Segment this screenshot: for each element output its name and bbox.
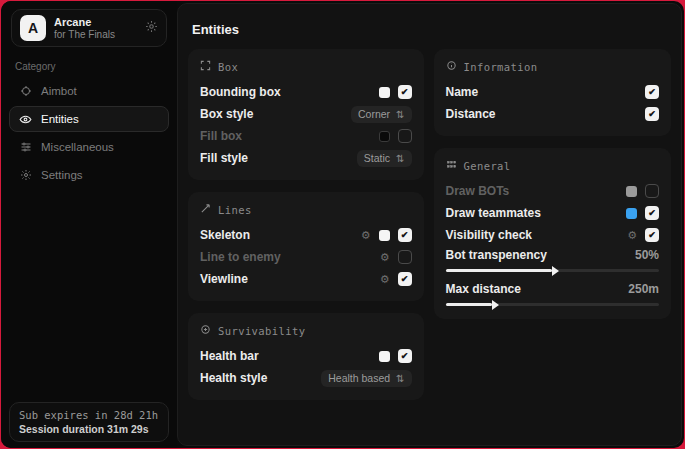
app-logo: A <box>20 15 46 41</box>
fill-box-checkbox[interactable] <box>398 129 412 143</box>
check-icon: ✔ <box>648 230 656 240</box>
gear-icon[interactable]: ⚙ <box>380 252 390 263</box>
setting-row-bounding-box: Bounding box ✔ <box>200 81 412 103</box>
color-swatch[interactable] <box>379 230 390 241</box>
check-icon: ✔ <box>401 274 409 284</box>
eye-icon <box>19 113 32 126</box>
health-bar-checkbox[interactable]: ✔ <box>398 349 412 363</box>
fill-style-dropdown[interactable]: Static ⇅ <box>357 150 412 167</box>
setting-row-health-bar: Health bar ✔ <box>200 345 412 367</box>
sidebar-item-entities[interactable]: Entities <box>9 106 169 132</box>
grid-icon <box>446 159 457 172</box>
setting-row-max-distance: Max distance 250m <box>446 280 660 298</box>
check-icon: ✔ <box>401 87 409 97</box>
box-style-dropdown[interactable]: Corner ⇅ <box>351 106 412 123</box>
gear-icon[interactable]: ⚙ <box>361 230 371 241</box>
distance-checkbox[interactable]: ✔ <box>645 107 659 121</box>
header-gear-icon[interactable] <box>145 20 158 36</box>
sidebar-item-aimbot[interactable]: Aimbot <box>9 78 169 104</box>
color-swatch[interactable] <box>626 208 637 219</box>
sidebar: A Arcane for The Finals Category Aimbot <box>1 1 177 448</box>
sliders-icon <box>19 141 32 154</box>
app-header-card: A Arcane for The Finals <box>11 9 167 47</box>
setting-row-viewline: Viewline ⚙ ✔ <box>200 268 412 290</box>
setting-row-skeleton: Skeleton ⚙ ✔ <box>200 224 412 246</box>
visibility-check-checkbox[interactable]: ✔ <box>645 228 659 242</box>
skeleton-checkbox[interactable]: ✔ <box>398 228 412 242</box>
setting-row-name: Name ✔ <box>446 81 660 103</box>
updown-arrows-icon: ⇅ <box>396 373 404 384</box>
category-label: Category <box>15 61 177 72</box>
check-icon: ✔ <box>648 208 656 218</box>
box-icon <box>200 60 211 73</box>
color-swatch[interactable] <box>379 131 390 142</box>
draw-teammates-checkbox[interactable]: ✔ <box>645 206 659 220</box>
info-icon <box>446 60 457 73</box>
setting-row-draw-teammates: Draw teammates ✔ <box>446 202 660 224</box>
setting-row-box-style: Box style Corner ⇅ <box>200 103 412 125</box>
app-subtitle: for The Finals <box>54 29 137 41</box>
setting-row-health-style: Health style Health based ⇅ <box>200 367 412 389</box>
updown-arrows-icon: ⇅ <box>396 109 404 120</box>
subscription-status-card: Sub expires in 28d 21h Session duration … <box>9 402 169 442</box>
sidebar-item-label: Settings <box>41 169 83 181</box>
color-swatch[interactable] <box>626 186 637 197</box>
sidebar-item-label: Entities <box>41 113 79 125</box>
gear-icon <box>19 169 32 182</box>
box-group-card: Box Bounding box ✔ Box style Co <box>188 49 424 180</box>
shield-icon <box>200 324 211 337</box>
information-group-card: Information Name ✔ Distance ✔ <box>434 49 672 136</box>
bot-transparency-value: 50% <box>635 248 659 262</box>
color-swatch[interactable] <box>379 87 390 98</box>
general-group-card: General Draw BOTs Draw teammates <box>434 148 672 319</box>
health-style-dropdown[interactable]: Health based ⇅ <box>321 370 411 387</box>
color-swatch[interactable] <box>379 351 390 362</box>
setting-row-fill-style: Fill style Static ⇅ <box>200 147 412 169</box>
line-icon <box>200 203 211 216</box>
page-title: Entities <box>192 22 671 37</box>
draw-bots-checkbox[interactable] <box>645 184 659 198</box>
viewline-checkbox[interactable]: ✔ <box>398 272 412 286</box>
app-name: Arcane <box>54 16 137 29</box>
setting-row-line-to-enemy: Line to enemy ⚙ <box>200 246 412 268</box>
group-header-label: General <box>464 160 511 172</box>
sidebar-item-miscellaneous[interactable]: Miscellaneous <box>9 134 169 160</box>
bounding-box-checkbox[interactable]: ✔ <box>398 85 412 99</box>
sidebar-item-label: Aimbot <box>41 85 77 97</box>
sub-expiry-text: Sub expires in 28d 21h <box>19 409 159 421</box>
app-window: A Arcane for The Finals Category Aimbot <box>1 1 684 448</box>
line-to-enemy-checkbox[interactable] <box>398 250 412 264</box>
gear-icon[interactable]: ⚙ <box>380 274 390 285</box>
check-icon: ✔ <box>401 351 409 361</box>
sidebar-item-label: Miscellaneous <box>41 141 114 153</box>
group-header-label: Lines <box>218 204 252 216</box>
survivability-group-card: Survivability Health bar ✔ Health style <box>188 313 424 400</box>
session-duration-text: Session duration 31m 29s <box>19 423 159 435</box>
bot-transparency-slider[interactable] <box>446 269 660 272</box>
setting-row-bot-transparency: Bot transpenency 50% <box>446 246 660 264</box>
check-icon: ✔ <box>401 230 409 240</box>
group-header-label: Information <box>464 61 538 73</box>
setting-row-visibility-check: Visibility check ⚙ ✔ <box>446 224 660 246</box>
crosshair-icon <box>19 85 32 98</box>
sidebar-item-settings[interactable]: Settings <box>9 162 169 188</box>
check-icon: ✔ <box>648 87 656 97</box>
main-panel: Entities Box Bounding box <box>177 3 682 446</box>
lines-group-card: Lines Skeleton ⚙ ✔ Line to enemy ⚙ <box>188 192 424 301</box>
max-distance-value: 250m <box>628 282 659 296</box>
slider-thumb[interactable] <box>552 266 559 276</box>
updown-arrows-icon: ⇅ <box>396 153 404 164</box>
gear-icon[interactable]: ⚙ <box>627 230 637 241</box>
max-distance-slider[interactable] <box>446 303 660 306</box>
name-checkbox[interactable]: ✔ <box>645 85 659 99</box>
group-header-label: Survivability <box>218 325 305 337</box>
setting-row-draw-bots: Draw BOTs <box>446 180 660 202</box>
setting-row-distance: Distance ✔ <box>446 103 660 125</box>
setting-row-fill-box: Fill box <box>200 125 412 147</box>
slider-thumb[interactable] <box>492 300 499 310</box>
check-icon: ✔ <box>648 109 656 119</box>
group-header-label: Box <box>218 61 238 73</box>
